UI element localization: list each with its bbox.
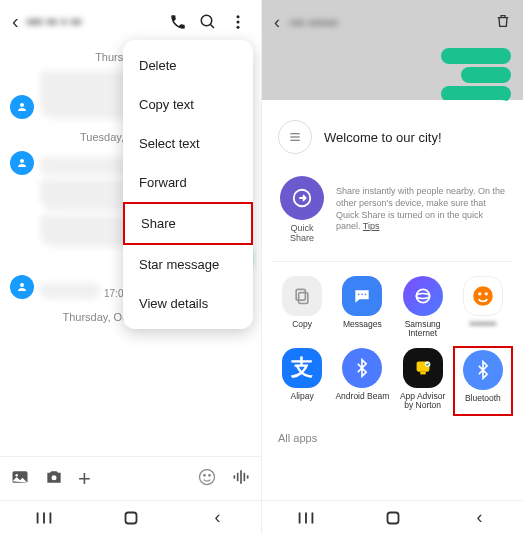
svg-point-3 <box>237 20 240 23</box>
svg-rect-27 <box>299 293 308 304</box>
menu-icon[interactable] <box>278 120 312 154</box>
samsung-internet-icon <box>403 276 443 316</box>
composer: + <box>0 456 261 500</box>
dimmed-background: ‹ ••• •••••• <box>262 0 523 100</box>
message-bubble <box>441 48 511 64</box>
svg-point-11 <box>200 469 215 484</box>
svg-point-30 <box>362 294 364 296</box>
add-icon[interactable]: + <box>78 466 91 492</box>
share-sheet: Welcome to our city! Quick Share Share i… <box>262 100 523 534</box>
messages-icon <box>342 276 382 316</box>
svg-line-1 <box>210 24 214 28</box>
bluetooth-icon <box>463 350 503 390</box>
voice-icon[interactable] <box>231 467 251 491</box>
avatar <box>10 151 34 175</box>
message-bubble <box>40 283 100 299</box>
alipay-icon: 支 <box>282 348 322 388</box>
message-bubble <box>461 67 511 83</box>
menu-forward[interactable]: Forward <box>123 163 253 202</box>
quick-share-label: Quick Share <box>278 223 326 243</box>
menu-share[interactable]: Share <box>123 202 253 245</box>
search-icon[interactable] <box>197 13 219 31</box>
messages-header: ‹ ••• •• • •• <box>0 0 261 43</box>
svg-point-31 <box>365 294 367 296</box>
more-icon[interactable] <box>227 13 249 31</box>
share-app-copy[interactable]: Copy <box>272 274 332 340</box>
menu-copy-text[interactable]: Copy text <box>123 85 253 124</box>
trash-icon[interactable] <box>495 13 511 33</box>
share-app-uc[interactable]: ••••••••• <box>453 274 513 340</box>
avatar <box>10 95 34 119</box>
menu-select-text[interactable]: Select text <box>123 124 253 163</box>
quick-share-icon[interactable] <box>280 176 324 220</box>
norton-icon <box>403 348 443 388</box>
nav-bar: ‹ <box>0 500 261 534</box>
nav-home-icon[interactable] <box>120 507 142 529</box>
bluetooth-icon <box>342 348 382 388</box>
menu-view-details[interactable]: View details <box>123 284 253 323</box>
nav-recents-icon[interactable] <box>33 507 55 529</box>
camera-icon[interactable] <box>44 467 64 491</box>
share-app-android-beam[interactable]: Android Beam <box>332 346 392 416</box>
conversation-title: ••• •••••• <box>290 15 485 31</box>
svg-point-29 <box>358 294 360 296</box>
share-app-samsung-internet[interactable]: Samsung Internet <box>393 274 453 340</box>
emoji-icon[interactable] <box>197 467 217 491</box>
tips-link[interactable]: Tips <box>363 221 380 231</box>
menu-star[interactable]: Star message <box>123 245 253 284</box>
svg-rect-43 <box>387 512 398 523</box>
svg-rect-28 <box>296 289 305 300</box>
nav-back-icon[interactable]: ‹ <box>469 507 491 529</box>
share-app-alipay[interactable]: 支 Alipay <box>272 346 332 416</box>
svg-point-5 <box>20 103 24 107</box>
svg-point-32 <box>416 289 429 302</box>
share-app-messages[interactable]: Messages <box>332 274 392 340</box>
avatar <box>10 275 34 299</box>
conversation-title: ••• •• • •• <box>27 13 159 30</box>
svg-point-0 <box>201 15 212 26</box>
svg-point-35 <box>478 292 481 295</box>
svg-point-34 <box>473 286 493 306</box>
context-menu: Delete Copy text Select text Forward Sha… <box>123 40 253 329</box>
nav-recents-icon[interactable] <box>295 507 317 529</box>
gallery-icon[interactable] <box>10 467 30 491</box>
svg-point-9 <box>15 474 18 477</box>
nav-home-icon[interactable] <box>382 507 404 529</box>
back-icon[interactable]: ‹ <box>12 10 19 33</box>
svg-point-4 <box>237 25 240 28</box>
share-app-norton[interactable]: App Advisor by Norton <box>393 346 453 416</box>
uc-browser-icon <box>463 276 503 316</box>
svg-point-6 <box>20 159 24 163</box>
svg-point-36 <box>485 292 488 295</box>
nav-bar: ‹ <box>262 500 523 534</box>
all-apps-label[interactable]: All apps <box>272 424 513 452</box>
svg-point-2 <box>237 15 240 18</box>
svg-rect-22 <box>125 512 136 523</box>
share-sheet-title: Welcome to our city! <box>324 130 442 145</box>
back-icon[interactable]: ‹ <box>274 12 280 33</box>
menu-delete[interactable]: Delete <box>123 46 253 85</box>
svg-point-13 <box>209 474 211 476</box>
share-app-bluetooth[interactable]: Bluetooth <box>453 346 513 416</box>
copy-icon <box>282 276 322 316</box>
svg-point-33 <box>416 294 429 299</box>
svg-point-7 <box>20 283 24 287</box>
nav-back-icon[interactable]: ‹ <box>207 507 229 529</box>
quick-share-description: Share instantly with people nearby. On t… <box>336 186 507 233</box>
svg-point-12 <box>204 474 206 476</box>
call-icon[interactable] <box>167 13 189 31</box>
svg-point-10 <box>52 475 57 480</box>
svg-rect-38 <box>420 372 426 375</box>
